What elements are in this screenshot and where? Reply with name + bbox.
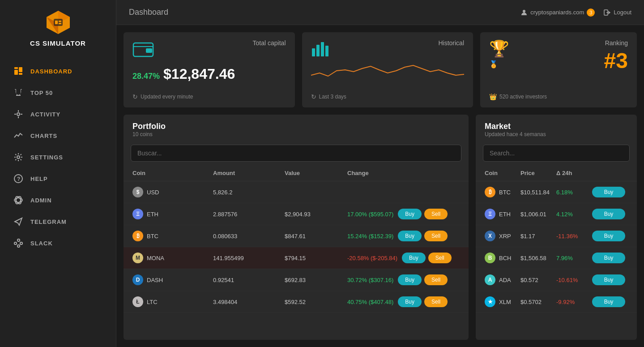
nav-items: DASHBOARD TOP 50 ACTIVITY CHARTS SETTING… (0, 60, 116, 254)
market-buy-button[interactable]: Buy (592, 231, 625, 241)
market-price: $1,006.01 (520, 211, 556, 218)
market-buy-button[interactable]: Buy (592, 187, 625, 197)
svg-rect-32 (316, 45, 320, 56)
svg-rect-7 (14, 67, 18, 69)
market-header: Market Updated hace 4 semanas (476, 115, 637, 141)
market-change: -10.61% (556, 277, 592, 283)
svg-rect-25 (20, 242, 22, 244)
market-change: 7.96% (556, 255, 592, 261)
card-ranking: 🏆 🏅 Ranking #3 👑 520 active investors (480, 32, 637, 107)
coin-cell: M MONA (132, 253, 213, 263)
dash-coin-icon: D (132, 274, 143, 285)
portfolio-title: Portfolio (132, 122, 460, 131)
user-badge: 3 (587, 9, 595, 17)
buy-button[interactable]: Buy (402, 253, 426, 263)
svg-rect-23 (17, 239, 20, 241)
mona-coin-icon: M (132, 253, 143, 263)
portfolio-search-bar[interactable] (131, 145, 461, 162)
portfolio-search-input[interactable] (137, 150, 455, 157)
sidebar-item-dashboard[interactable]: DASHBOARD (0, 60, 116, 82)
market-table-header: Coin Price Δ 24h (476, 165, 637, 181)
market-search-input[interactable] (490, 150, 623, 157)
market-row: A ADA $0.572 -10.61% Buy (476, 269, 637, 291)
header: Dashboard cryptospaniards.com 3 Logout (116, 0, 644, 25)
eth-coin-icon: Ξ (132, 209, 143, 219)
sell-button[interactable]: Sell (424, 274, 448, 285)
market-buy-button[interactable]: Buy (592, 274, 625, 285)
svg-rect-9 (19, 67, 22, 72)
cards-row: Total capital 28.47% $12,847.46 ↻ Update… (116, 25, 644, 107)
sidebar-label-slack: SLACK (30, 240, 53, 247)
telegram-icon (13, 217, 23, 227)
sell-button[interactable]: Sell (424, 209, 448, 219)
market-buy-button[interactable]: Buy (592, 296, 625, 307)
action-buttons: 17.00% ($595.07) Buy Sell (347, 209, 460, 219)
coin-value: $794.15 (285, 255, 347, 261)
card-total-capital: Total capital 28.47% $12,847.46 ↻ Update… (124, 32, 295, 107)
svg-rect-34 (325, 46, 328, 56)
sell-button[interactable]: Sell (424, 231, 448, 241)
card-historical-label: Historical (438, 39, 464, 47)
coin-name: BTC (147, 233, 158, 240)
card-ranking-label: Ranking (605, 39, 628, 47)
svg-rect-24 (17, 245, 20, 247)
sidebar-label-charts: CHARTS (30, 133, 57, 139)
market-price: $0.5702 (520, 299, 556, 305)
sidebar-item-settings[interactable]: SETTINGS (0, 146, 116, 168)
logout-label: Logout (614, 9, 631, 16)
sell-button[interactable]: Sell (424, 296, 448, 307)
buy-button[interactable]: Buy (398, 209, 422, 219)
coin-cell: Ξ ETH (132, 209, 213, 219)
user-menu[interactable]: cryptospaniards.com 3 (520, 9, 595, 17)
card-historical-sub: ↻ Last 3 days (311, 93, 465, 100)
ada-market-icon: A (485, 274, 495, 285)
svg-rect-6 (59, 23, 61, 24)
sidebar-label-admin: ADMIN (30, 197, 52, 204)
action-buttons: 15.24% ($152.39) Buy Sell (347, 231, 460, 241)
coin-change: 30.72% ($307.16) (347, 277, 393, 283)
btc-coin-icon: ₿ (132, 231, 143, 241)
buy-button[interactable]: Buy (398, 231, 422, 241)
table-row: $ USD 5,826.2 (124, 181, 469, 203)
buy-button[interactable]: Buy (398, 274, 422, 285)
sidebar-label-dashboard: DASHBOARD (30, 68, 73, 75)
coin-amount: 0.080633 (213, 233, 285, 240)
market-coin-cell: X XRP (485, 231, 520, 241)
market-search-bar[interactable] (483, 145, 630, 162)
sidebar-item-activity[interactable]: ACTIVITY (0, 103, 116, 125)
bch-market-icon: B (485, 253, 495, 263)
action-buttons: 40.75% ($407.48) Buy Sell (347, 296, 460, 307)
sidebar-item-admin[interactable]: ADMIN (0, 189, 116, 211)
sidebar-item-charts[interactable]: CHARTS (0, 125, 116, 146)
coin-amount: 3.498404 (213, 299, 285, 305)
coin-change: 17.00% ($595.07) (347, 211, 393, 218)
market-coin-cell: A ADA (485, 274, 520, 285)
sell-button[interactable]: Sell (428, 253, 452, 263)
market-buy-button[interactable]: Buy (592, 209, 625, 219)
market-coin-name: XRP (499, 233, 511, 240)
sidebar-item-slack[interactable]: SLACK (0, 232, 116, 254)
market-coin-cell: ★ XLM (485, 296, 520, 307)
xrp-market-icon: X (485, 231, 495, 241)
market-coin-name: BTC (499, 189, 511, 196)
historical-chart (311, 57, 465, 89)
market-buy-button[interactable]: Buy (592, 253, 625, 263)
sidebar-item-top50[interactable]: TOP 50 (0, 82, 116, 103)
coin-value: $2,904.93 (285, 211, 347, 218)
coin-value: $592.52 (285, 299, 347, 305)
wallet-icon (132, 39, 154, 57)
charts-icon (13, 131, 23, 141)
svg-rect-5 (59, 21, 61, 22)
medal-icon: 🏅 (489, 60, 498, 69)
logout-icon (604, 9, 611, 16)
trophy-icon (13, 88, 23, 98)
sidebar-item-help[interactable]: ? HELP (0, 168, 116, 189)
help-icon: ? (13, 174, 23, 184)
svg-rect-30 (146, 48, 152, 53)
logout-button[interactable]: Logout (604, 9, 631, 16)
sidebar-label-help: HELP (30, 176, 48, 182)
sidebar-item-telegram[interactable]: TELEGRAM (0, 211, 116, 232)
card-total-label: Total capital (253, 39, 286, 47)
buy-button[interactable]: Buy (398, 296, 422, 307)
user-icon (520, 9, 528, 16)
